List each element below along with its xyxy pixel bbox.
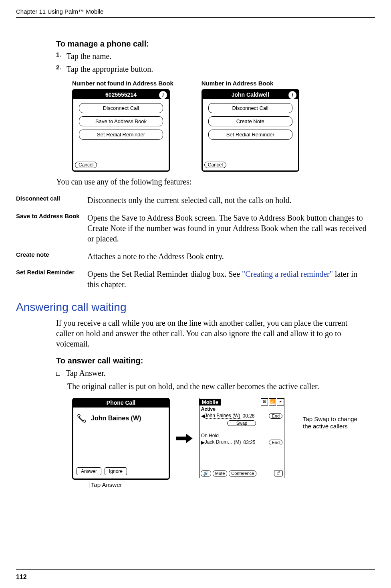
table-row: Set Redial Reminder Opens the Set Redial… (16, 269, 367, 290)
desc-disconnect: Disconnects only the current selected ca… (87, 195, 367, 205)
callout-line (291, 419, 303, 419)
mobile-title: Mobile (200, 399, 221, 406)
feature-table: Disconnect call Disconnects only the cur… (16, 195, 367, 290)
disconnect-call-button[interactable]: Disconnect Call (79, 103, 163, 113)
term-disconnect: Disconnect call (16, 195, 87, 205)
features-intro: You can use any of the following feature… (56, 176, 367, 187)
callout-tap-answer: Tap Answer (89, 481, 170, 488)
svg-rect-0 (176, 437, 186, 440)
arrow-left-icon: ◀ (201, 413, 205, 419)
desc-redial: Opens the Set Redial Reminder dialog box… (87, 269, 367, 290)
dialog-number-not-found: 6025555214 i Disconnect Call Save to Add… (72, 89, 170, 172)
mute-button[interactable]: Mute (213, 470, 227, 476)
right-shot-label: Number in Address Book (202, 80, 299, 87)
mobile-screen: Mobile ⊞ 📶 ▸ Active ◀ John Baines (W) 00… (199, 398, 284, 478)
to-answer-heading: To answer call waiting: (56, 356, 367, 365)
phone-icon (77, 412, 88, 424)
term-save: Save to Address Book (16, 213, 87, 244)
cancel-button[interactable]: Cancel (204, 162, 226, 168)
bullet-text: Tap Answer. (66, 369, 106, 377)
active-time: 00:26 (243, 413, 255, 419)
active-caller-name[interactable]: John Baines (W) (205, 413, 240, 419)
call-waiting-para: If you receive a call while you are on t… (56, 318, 367, 349)
disconnect-call-button[interactable]: Disconnect Call (208, 103, 292, 113)
answer-button[interactable]: Answer (77, 467, 101, 475)
info-icon[interactable]: i (159, 91, 167, 99)
active-label: Active (200, 406, 284, 412)
save-to-address-book-button[interactable]: Save to Address Book (79, 116, 163, 126)
table-row: Save to Address Book Opens the Save to A… (16, 213, 367, 244)
arrow-icon (176, 432, 193, 444)
swap-button[interactable]: Swap (227, 420, 256, 426)
hold-time: 03:25 (243, 440, 255, 445)
term-create-note: Create note (16, 251, 87, 262)
set-redial-reminder-button[interactable]: Set Redial Reminder (208, 130, 292, 140)
end-active-button[interactable]: End (269, 413, 282, 419)
create-note-button[interactable]: Create Note (208, 116, 292, 126)
signal-icon: 📶 (269, 398, 276, 406)
term-redial: Set Redial Reminder (16, 269, 87, 290)
svg-marker-1 (186, 434, 193, 443)
arrow-right-icon: ▶ (201, 440, 205, 445)
incoming-call-dialog: Phone Call John Baines (W) Answer Ignore (72, 398, 170, 480)
page-number: 112 (16, 574, 27, 581)
dialog-number-in-address-book: John Caldwell i Disconnect Call Create N… (202, 89, 299, 172)
on-hold-label: On Hold (200, 433, 284, 438)
desc-save: Opens the Save to Address Book screen. T… (87, 213, 367, 244)
incoming-title: Phone Call (73, 399, 169, 408)
left-shot-label: Number not found in Address Book (72, 80, 173, 87)
dialog-title-left: 6025555214 (105, 91, 137, 98)
desc-create-note: Attaches a note to the Address Book entr… (87, 251, 367, 262)
call-waiting-result: The original caller is put on hold, and … (67, 381, 367, 391)
info-icon[interactable]: i (288, 91, 296, 99)
answering-call-waiting-heading: Answering call waiting (16, 301, 367, 314)
step-1-text: Tap the name. (67, 52, 111, 61)
callout-swap: Tap Swap to change the active callers (303, 416, 367, 430)
end-hold-button[interactable]: End (269, 440, 282, 445)
dialog-title-right: John Caldwell (232, 91, 269, 98)
table-row: Create note Attaches a note to the Addre… (16, 251, 367, 262)
cancel-button[interactable]: Cancel (75, 162, 97, 168)
step-2-text: Tap the appropriate button. (67, 65, 153, 73)
step-2: 2.Tap the appropriate button. (56, 64, 367, 74)
grid-icon[interactable]: ⊞ (261, 398, 268, 406)
set-redial-reminder-button[interactable]: Set Redial Reminder (79, 130, 163, 140)
manage-call-heading: To manage a phone call: (56, 39, 367, 49)
dialog-titlebar-left: 6025555214 i (73, 90, 169, 99)
chapter-header: Chapter 11 Using Palm™ Mobile (0, 0, 391, 17)
speaker-icon[interactable]: 🔊 (201, 470, 211, 476)
battery-icon: ▸ (277, 398, 284, 406)
conference-button[interactable]: Conference (229, 470, 256, 476)
hash-button[interactable]: # (274, 470, 283, 476)
ignore-button[interactable]: Ignore (105, 467, 127, 475)
bullet-tap-answer: Tap Answer. (56, 369, 367, 378)
table-row: Disconnect call Disconnects only the cur… (16, 195, 367, 205)
desc-redial-pre: Opens the Set Redial Reminder dialog box… (87, 270, 242, 278)
dialog-titlebar-right: John Caldwell i (203, 90, 298, 99)
callout-tap-answer-text: Tap Answer (91, 481, 122, 488)
bullet-icon (56, 372, 60, 376)
creating-redial-link[interactable]: "Creating a redial reminder" (242, 270, 333, 278)
step-1: 1.Tap the name. (56, 51, 367, 61)
incoming-caller: John Baines (W) (91, 415, 141, 422)
footer-rule (16, 569, 375, 570)
hold-caller-name[interactable]: Jack Drum… (M) (205, 439, 241, 445)
